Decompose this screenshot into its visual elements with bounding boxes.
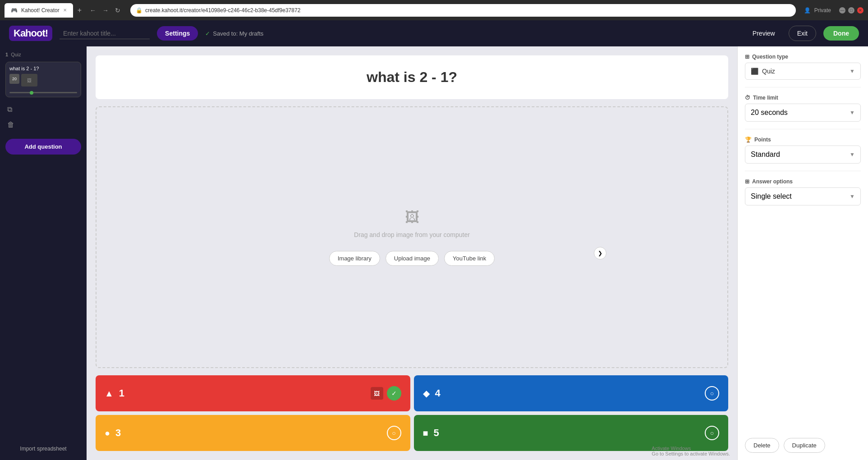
kahoot-logo: Kahoot! bbox=[9, 26, 52, 41]
forward-button[interactable]: → bbox=[101, 6, 110, 15]
answer-left-2: ◆ 4 bbox=[423, 387, 441, 399]
activate-windows-line2: Go to Settings to activate Windows. bbox=[652, 451, 730, 456]
logo-text: Kahoot! bbox=[14, 27, 48, 39]
quiz-icon: ⬛ bbox=[751, 68, 758, 75]
answer-text-4: 5 bbox=[434, 427, 439, 439]
check-icon: ✓ bbox=[205, 30, 210, 37]
window-controls: — □ ✕ bbox=[839, 7, 863, 14]
answers-grid: ▲ 1 🖼 ✓ ◆ 4 ○ ● bbox=[96, 375, 728, 451]
card-progress-bar bbox=[9, 92, 77, 93]
image-placeholder-icon: 🖼 bbox=[405, 209, 419, 226]
points-value: Standard bbox=[751, 150, 780, 159]
expand-panel-button[interactable]: ❯ bbox=[594, 247, 606, 260]
media-buttons: Image library Upload image YouTube link bbox=[329, 251, 495, 266]
browser-chrome: 🎮 Kahoot! Creator ✕ + ← → ↻ 🔒 create.kah… bbox=[0, 0, 868, 20]
title-input[interactable] bbox=[60, 28, 150, 39]
delete-button[interactable]: Delete bbox=[745, 438, 779, 453]
preview-button[interactable]: Preview bbox=[746, 26, 781, 41]
tab-title: Kahoot! Creator bbox=[21, 7, 60, 14]
back-button[interactable]: ← bbox=[88, 6, 98, 15]
card-thumbnail: 🖼 bbox=[21, 74, 37, 87]
new-tab-button[interactable]: + bbox=[75, 6, 84, 14]
answer-right-2: ○ bbox=[705, 386, 719, 401]
media-area[interactable]: 🖼 Drag and drop image from your computer… bbox=[96, 106, 728, 368]
answer-right-1: 🖼 ✓ bbox=[371, 386, 401, 401]
answer-check-2[interactable]: ○ bbox=[705, 386, 719, 401]
card-number: 20 bbox=[9, 74, 19, 84]
time-limit-select[interactable]: 20 seconds ▼ bbox=[745, 104, 861, 122]
question-card-title: what is 2 - 1? bbox=[9, 66, 77, 71]
active-tab[interactable]: 🎮 Kahoot! Creator ✕ bbox=[5, 3, 73, 18]
answer-left-4: ■ 5 bbox=[423, 427, 439, 439]
points-select[interactable]: Standard ▼ bbox=[745, 146, 861, 164]
close-button[interactable]: ✕ bbox=[857, 7, 863, 14]
panel-divider-2 bbox=[745, 129, 861, 129]
answer-options-select[interactable]: Single select ▼ bbox=[745, 187, 861, 205]
add-question-button[interactable]: Add question bbox=[5, 139, 81, 155]
media-placeholder-text: Drag and drop image from your computer bbox=[354, 231, 470, 238]
answer-left-3: ● 3 bbox=[105, 427, 121, 439]
tab-close-button[interactable]: ✕ bbox=[63, 8, 67, 13]
question-type-select[interactable]: ⬛ Quiz ▼ bbox=[745, 63, 861, 80]
right-panel-bottom: Delete Duplicate bbox=[745, 438, 861, 453]
browser-controls: ← → ↻ bbox=[88, 6, 122, 15]
points-section: 🏆 Points Standard ▼ bbox=[745, 137, 861, 164]
import-spreadsheet-button[interactable]: Import spreadsheet bbox=[5, 443, 81, 455]
browser-right: 👤 Private bbox=[804, 7, 831, 14]
answer-img-icon-1[interactable]: 🖼 bbox=[371, 387, 383, 400]
points-label: 🏆 Points bbox=[745, 137, 861, 143]
lock-icon: 🔒 bbox=[136, 7, 142, 14]
upload-image-button[interactable]: Upload image bbox=[386, 251, 439, 266]
time-limit-value: 20 seconds bbox=[751, 109, 788, 117]
question-text: what is 2 - 1? bbox=[367, 69, 457, 85]
tab-bar: 🎮 Kahoot! Creator ✕ + bbox=[5, 3, 84, 18]
answer-right-4: ○ bbox=[705, 426, 719, 440]
answer-box-3[interactable]: ● 3 ○ bbox=[96, 415, 410, 451]
center-content: what is 2 - 1? 🖼 Drag and drop image fro… bbox=[87, 46, 737, 460]
answer-options-icon: ⊞ bbox=[745, 178, 749, 185]
settings-button[interactable]: Settings bbox=[157, 26, 198, 41]
answer-options-label: ⊞ Answer options bbox=[745, 178, 861, 185]
answer-text-1: 1 bbox=[119, 387, 124, 399]
done-button[interactable]: Done bbox=[823, 26, 859, 41]
answer-text-3: 3 bbox=[115, 427, 121, 439]
profile-icon: 👤 bbox=[804, 7, 811, 14]
time-limit-section: ⏱ Time limit 20 seconds ▼ bbox=[745, 95, 861, 122]
answer-check-3[interactable]: ○ bbox=[387, 426, 401, 440]
address-bar[interactable]: 🔒 create.kahoot.it/creator/e41098e9-c246… bbox=[130, 4, 796, 17]
youtube-link-button[interactable]: YouTube link bbox=[444, 251, 495, 266]
answer-icon-1: ▲ bbox=[105, 388, 114, 399]
question-type-chevron: ▼ bbox=[850, 68, 855, 74]
card-progress-dot bbox=[30, 91, 33, 95]
points-icon: 🏆 bbox=[745, 137, 752, 143]
image-library-button[interactable]: Image library bbox=[329, 251, 380, 266]
main-layout: 1 Quiz what is 2 - 1? 20 🖼 ⧉ 🗑 Add quest… bbox=[0, 46, 868, 460]
time-limit-chevron: ▼ bbox=[850, 109, 855, 116]
private-label: Private bbox=[814, 7, 831, 14]
duplicate-sidebar-icon[interactable]: ⧉ bbox=[5, 104, 81, 115]
question-type-icon: ⊞ bbox=[745, 54, 749, 60]
duplicate-button[interactable]: Duplicate bbox=[784, 438, 825, 453]
answer-box-2[interactable]: ◆ 4 ○ bbox=[414, 375, 729, 411]
question-type-label: ⊞ Question type bbox=[745, 54, 861, 60]
saved-status: ✓ Saved to: My drafts bbox=[205, 30, 263, 37]
answer-left-1: ▲ 1 bbox=[105, 387, 124, 399]
activate-windows-line1: Activate Windows bbox=[652, 446, 730, 451]
maximize-button[interactable]: □ bbox=[848, 7, 854, 14]
answer-check-1[interactable]: ✓ bbox=[387, 386, 401, 401]
question-card[interactable]: what is 2 - 1? 20 🖼 bbox=[5, 62, 81, 97]
reload-button[interactable]: ↻ bbox=[113, 6, 122, 15]
url-text: create.kahoot.it/creator/e41098e9-c246-4… bbox=[145, 7, 300, 14]
answer-check-4[interactable]: ○ bbox=[705, 426, 719, 440]
exit-button[interactable]: Exit bbox=[789, 26, 816, 41]
answer-box-1[interactable]: ▲ 1 🖼 ✓ bbox=[96, 375, 410, 411]
activate-windows-notice: Activate Windows Go to Settings to activ… bbox=[652, 446, 730, 456]
points-chevron: ▼ bbox=[850, 151, 855, 158]
answer-right-3: ○ bbox=[387, 426, 401, 440]
answer-text-2: 4 bbox=[435, 387, 441, 399]
minimize-button[interactable]: — bbox=[839, 7, 845, 14]
delete-sidebar-icon[interactable]: 🗑 bbox=[5, 119, 81, 131]
answer-options-section: ⊞ Answer options Single select ▼ bbox=[745, 178, 861, 205]
app-header: Kahoot! Settings ✓ Saved to: My drafts P… bbox=[0, 20, 868, 46]
question-area: what is 2 - 1? bbox=[96, 55, 728, 99]
